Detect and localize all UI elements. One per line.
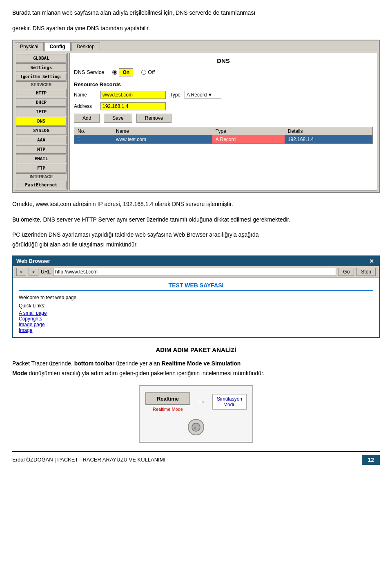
wb-quicklinks-label: Quick Links:: [19, 303, 373, 309]
simulation-image: Realtime Realtime Mode → Simülasyon Modu…: [12, 385, 380, 443]
wb-toolbar: < > URL Go Stop: [13, 266, 379, 278]
type-select-value: A Record: [187, 92, 207, 98]
svg-text:RT: RT: [194, 426, 198, 430]
tab-config[interactable]: Config: [45, 42, 71, 51]
realtime-icon-container: Realtime Realtime Mode: [145, 392, 190, 412]
footer-page: 12: [362, 455, 380, 465]
sidebar-item-aaa[interactable]: AAA: [16, 136, 67, 144]
sim-arrow-icon: →: [197, 397, 206, 407]
wb-url-input[interactable]: [53, 268, 336, 276]
wb-link-image[interactable]: Image: [19, 327, 373, 333]
paragraph1: Örnekte, www.test.com adresinin IP adres…: [12, 199, 380, 209]
paragraph3: PC üzerinden DNS ayarlaması yapıldığı ta…: [12, 230, 380, 250]
row-details: 192.168.1.4: [285, 135, 372, 143]
save-button[interactable]: Save: [104, 114, 132, 123]
dns-off-radio[interactable]: [141, 70, 146, 75]
intro-line1: Burada tanımlanan web sayfasına alan adı…: [12, 8, 380, 17]
sidebar-item-dhcp[interactable]: DHCP: [16, 98, 67, 107]
analysis-paragraph: Packet Tracer üzerinde, bottom toolbar ü…: [12, 359, 380, 379]
para3-line1: PC üzerinden DNS ayarlaması yapıldığı ta…: [12, 231, 259, 238]
dns-service-row: DNS Service On Off: [74, 68, 373, 76]
analysis-bold2: Realtime Mode ve Simulation: [162, 360, 241, 367]
sidebar-item-global[interactable]: GLOBAL: [16, 54, 67, 63]
pt-titlebar: Physical Config Desktop: [13, 40, 379, 51]
row-no: 1: [74, 135, 113, 143]
name-label: Name: [74, 92, 96, 98]
paragraph2: Bu örnekte, DNS server ve HTTP Server ay…: [12, 215, 380, 225]
intro-line2: gerekir. DNS ayarları da yine DNS tabınd…: [12, 24, 380, 33]
resource-records-title: Resource Records: [74, 81, 373, 87]
dns-panel-title: DNS: [74, 57, 373, 64]
sim-circle-icon: RT: [188, 419, 204, 435]
wb-link-copyrights[interactable]: Copyrights: [19, 316, 373, 322]
action-buttons-row: Add Save Remove: [74, 114, 373, 123]
wb-stop-button[interactable]: Stop: [356, 268, 376, 276]
wb-link-small-page[interactable]: A small page: [19, 310, 373, 316]
dns-on-radio[interactable]: [112, 70, 117, 75]
footer: Erdal ÖZDOĞAN | PACKET TRACER ARAYÜZÜ VE…: [12, 451, 380, 465]
type-dropdown-icon[interactable]: ▼: [207, 92, 212, 98]
wb-content: TEST WEB SAYFASI Welcome to test web pag…: [13, 278, 379, 337]
packet-tracer-window: Physical Config Desktop GLOBAL Settings …: [12, 40, 380, 193]
sidebar-item-tftp[interactable]: TFTP: [16, 108, 67, 116]
dns-on-badge: On: [119, 68, 133, 76]
dns-table-container: No. Name Type Details 1 www.test.com A R…: [74, 127, 373, 144]
sidebar-item-fastethernet[interactable]: FastEthernet: [16, 181, 67, 189]
add-button[interactable]: Add: [74, 114, 100, 123]
sidebar-item-ntp[interactable]: NTP: [16, 145, 67, 154]
dns-off-option[interactable]: Off: [141, 69, 155, 75]
row-type: A Record: [212, 135, 285, 143]
dns-on-option[interactable]: On: [112, 68, 133, 76]
type-select[interactable]: A Record ▼: [185, 91, 221, 99]
name-input[interactable]: [100, 91, 166, 99]
address-row: Address: [74, 102, 373, 110]
wb-back-button[interactable]: <: [16, 268, 26, 276]
col-no: No.: [74, 127, 113, 135]
dns-off-label: Off: [148, 69, 155, 75]
sidebar-item-ftp[interactable]: FTP: [16, 164, 67, 172]
para3-line2: görüldüğü gibi alan adı ile ulaşılması m…: [12, 241, 138, 248]
col-details: Details: [285, 127, 372, 135]
sidebar-item-syslog[interactable]: SYSLOG: [16, 126, 67, 135]
sidebar-item-email[interactable]: EMAIL: [16, 155, 67, 163]
sidebar-interface-header: INTERFACE: [16, 173, 67, 180]
analysis-text3: dönüşümleri aracılığıyla adım adım gelen…: [29, 370, 264, 376]
sim-bottom-row: RT: [188, 419, 204, 435]
address-label: Address: [74, 103, 96, 109]
dns-table: No. Name Type Details 1 www.test.com A R…: [74, 127, 372, 143]
dns-service-label: DNS Service: [74, 69, 104, 75]
sidebar-item-algorithm[interactable]: lgorithm Setting:: [16, 73, 67, 81]
analysis-bold1: bottom toolbar: [74, 360, 115, 367]
section-heading: ADIM ADIM PAKET ANALİZİ: [12, 346, 380, 353]
pt-body: GLOBAL Settings lgorithm Setting: SERVIC…: [13, 51, 379, 192]
sidebar-item-dns[interactable]: DNS: [16, 117, 67, 125]
tab-physical[interactable]: Physical: [15, 42, 44, 51]
analysis-text1: Packet Tracer üzerinde,: [12, 360, 73, 367]
analysis-bold3: Mode: [12, 370, 27, 376]
wb-title-label: Web Browser: [16, 258, 50, 264]
sidebar-item-http[interactable]: HTTP: [16, 89, 67, 97]
col-name: Name: [113, 127, 212, 135]
name-type-row: Name Type A Record ▼: [74, 91, 373, 99]
wb-forward-button[interactable]: >: [29, 268, 38, 276]
realtime-button[interactable]: Realtime: [145, 392, 190, 405]
remove-button[interactable]: Remove: [136, 114, 172, 123]
footer-text: Erdal ÖZDOĞAN | PACKET TRACER ARAYÜZÜ VE…: [12, 457, 165, 463]
tab-desktop[interactable]: Desktop: [71, 42, 100, 51]
address-input[interactable]: [100, 102, 166, 110]
pt-sidebar: GLOBAL Settings lgorithm Setting: SERVIC…: [15, 53, 68, 190]
sidebar-item-settings[interactable]: Settings: [16, 63, 67, 72]
dns-panel: DNS DNS Service On Off Resource Records …: [69, 53, 377, 190]
web-browser-window: Web Browser ✕ < > URL Go Stop TEST WEB S…: [12, 255, 380, 338]
wb-page-title: TEST WEB SAYFASI: [19, 282, 373, 291]
sidebar-services-header: SERVICES: [16, 81, 67, 88]
wb-url-label: URL: [41, 269, 51, 275]
wb-close-button[interactable]: ✕: [368, 258, 376, 264]
type-label: Type: [170, 92, 180, 98]
col-type: Type: [212, 127, 285, 135]
sim-row: Realtime Realtime Mode → Simülasyon Modu: [145, 392, 247, 412]
wb-link-image-page[interactable]: Image page: [19, 322, 373, 327]
simulasyon-label: Simülasyon Modu: [212, 394, 247, 410]
wb-go-button[interactable]: Go: [339, 268, 354, 276]
table-row[interactable]: 1 www.test.com A Record 192.168.1.4: [74, 135, 372, 143]
